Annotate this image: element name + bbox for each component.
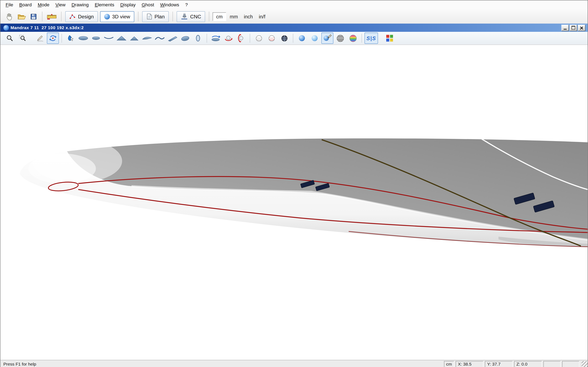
- unit-inf[interactable]: in/f: [257, 13, 268, 21]
- status-x-coordinate: X: 38.5: [456, 361, 484, 367]
- close-button[interactable]: [578, 25, 585, 31]
- menu-mode[interactable]: Mode: [35, 1, 52, 9]
- curvature-compare-icon: S|S: [366, 35, 376, 41]
- toolbar-separator: [61, 12, 61, 21]
- spin-vertical-icon: [237, 34, 245, 42]
- status-help-text: Press F1 for help: [3, 362, 444, 366]
- resize-grip[interactable]: [582, 361, 588, 367]
- volume-blob-icon: [180, 34, 190, 42]
- toolbar-separator: [173, 12, 173, 21]
- close-icon: [580, 26, 584, 30]
- child-window-titlebar[interactable]: Mandrax 7 11 27 100 192 x.s3dx:2: [0, 24, 588, 32]
- rotate-3d-button[interactable]: [47, 33, 59, 44]
- menu-help[interactable]: ?: [182, 1, 191, 9]
- flip-board-icon: [210, 34, 221, 42]
- wire-sphere-icon: [255, 35, 262, 42]
- view-front-button[interactable]: [116, 33, 128, 44]
- plan-mode-label: Plan: [155, 14, 165, 19]
- viewport-3d[interactable]: [0, 45, 588, 360]
- cnc-mode-button[interactable]: CNC: [177, 11, 205, 22]
- marker-sphere-icon: [324, 34, 331, 42]
- back-view-icon: [129, 34, 139, 42]
- striped-sphere-button[interactable]: [334, 33, 346, 44]
- menu-drawing[interactable]: Drawing: [69, 1, 92, 9]
- toolbar-separator: [61, 34, 62, 43]
- rainbow-sphere-button[interactable]: [347, 33, 359, 44]
- hand-tool-button[interactable]: [3, 11, 16, 22]
- minimize-button[interactable]: [562, 25, 569, 31]
- view3d-mode-label: 3D view: [112, 14, 130, 19]
- marker-sphere-button[interactable]: [321, 33, 333, 44]
- maximize-button[interactable]: [570, 25, 577, 31]
- zoom-region-icon: [19, 34, 26, 42]
- rotate-3d-icon: [49, 34, 57, 42]
- minimize-icon: [564, 29, 567, 30]
- spin-vertical-button[interactable]: [235, 33, 247, 44]
- spin-horizontal-icon: [224, 34, 232, 42]
- plan-document-icon: [146, 13, 152, 20]
- zoom-region-button[interactable]: [17, 33, 29, 44]
- view-bottom-button[interactable]: [90, 33, 102, 44]
- app-sphere-icon: [3, 25, 9, 31]
- plan-mode-button[interactable]: Plan: [142, 11, 169, 22]
- save-button[interactable]: [27, 11, 39, 22]
- zoom-button[interactable]: [4, 33, 16, 44]
- view3d-mode-button[interactable]: 3D view: [100, 11, 134, 22]
- freehand-draw-icon: [36, 34, 44, 42]
- spin-horizontal-button[interactable]: [222, 33, 234, 44]
- menu-file[interactable]: File: [3, 1, 16, 9]
- view-outline-button[interactable]: [192, 33, 204, 44]
- slice-angle-icon: [167, 34, 178, 42]
- rocker-curve-icon: [104, 34, 114, 42]
- wire-sphere-red-button[interactable]: [265, 33, 277, 44]
- pick-shape-button[interactable]: [65, 33, 77, 44]
- toolbar-separator: [293, 34, 293, 43]
- freehand-button[interactable]: [34, 33, 46, 44]
- application-window: File Board Mode View Drawing Elements Di…: [0, 0, 588, 367]
- flip-board-button[interactable]: [210, 33, 222, 44]
- top-view-icon: [78, 34, 88, 42]
- design-mode-button[interactable]: Design: [65, 11, 98, 22]
- view-rocker-button[interactable]: [103, 33, 115, 44]
- view-back-button[interactable]: [128, 33, 140, 44]
- zoom-icon: [6, 34, 13, 42]
- cnc-mode-label: CNC: [190, 14, 201, 19]
- unit-inch[interactable]: inch: [242, 13, 255, 21]
- open-file-button[interactable]: [15, 11, 27, 22]
- menu-ghost[interactable]: Ghost: [139, 1, 157, 9]
- wire-sphere-red-icon: [268, 35, 275, 42]
- status-unit: cm: [444, 361, 454, 367]
- outline-view-icon: [193, 34, 203, 42]
- unit-cm[interactable]: cm: [213, 12, 226, 21]
- hand-icon: [6, 13, 13, 21]
- pick-shape-icon: [67, 34, 74, 42]
- view-toolbar: S|S: [0, 32, 588, 45]
- menu-view[interactable]: View: [52, 1, 69, 9]
- measure-button[interactable]: [45, 11, 58, 22]
- curvature-compare-button[interactable]: S|S: [364, 33, 378, 44]
- toolbar-separator: [207, 34, 207, 43]
- glossy-sphere-button[interactable]: [309, 33, 321, 44]
- color-map-icon: [386, 35, 393, 42]
- toolbar-separator: [138, 12, 138, 21]
- view-angle-button[interactable]: [167, 33, 179, 44]
- menu-display[interactable]: Display: [117, 1, 139, 9]
- unit-mm[interactable]: mm: [227, 13, 240, 21]
- wire-sphere-button[interactable]: [253, 33, 265, 44]
- menu-elements[interactable]: Elements: [92, 1, 117, 9]
- mesh-sphere-button[interactable]: [278, 33, 290, 44]
- status-empty-cell: [562, 361, 579, 367]
- toolbar-separator: [362, 34, 362, 43]
- color-map-button[interactable]: [384, 33, 396, 44]
- slice-curve-icon: [155, 34, 165, 42]
- main-toolbar: Design 3D view Plan: [0, 9, 588, 24]
- shaded-sphere-button[interactable]: [296, 33, 308, 44]
- window-title: Mandrax 7 11 27 100 192 x.s3dx:2: [10, 25, 561, 30]
- sphere-3d-icon: [104, 14, 110, 19]
- menu-board[interactable]: Board: [16, 1, 35, 9]
- view-slice-button[interactable]: [154, 33, 166, 44]
- view-top-button[interactable]: [77, 33, 89, 44]
- view-volume-button[interactable]: [179, 33, 191, 44]
- view-profile-button[interactable]: [141, 33, 153, 44]
- menu-windows[interactable]: Windows: [157, 1, 182, 9]
